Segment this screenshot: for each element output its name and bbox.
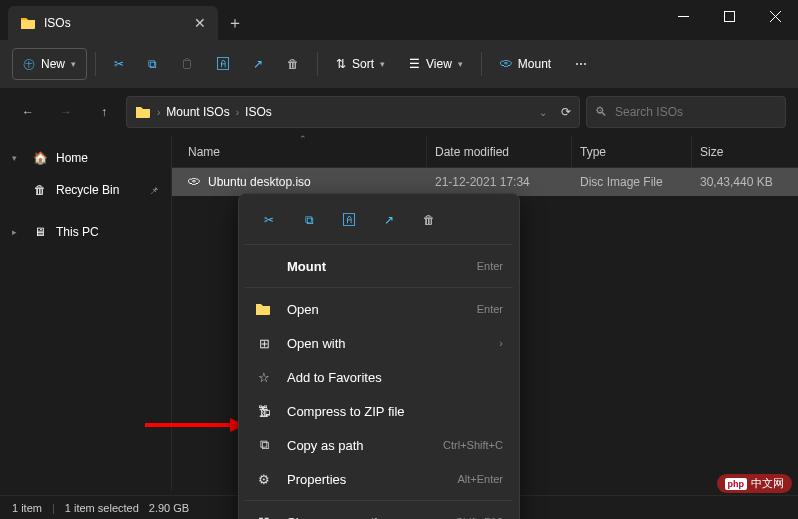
search-icon: 🔍︎ — [595, 105, 607, 119]
close-icon[interactable]: ✕ — [194, 15, 206, 31]
address-bar[interactable]: › Mount ISOs › ISOs ⌄ ⟳ — [126, 96, 580, 128]
rename-button[interactable]: 🄰 — [207, 48, 239, 80]
sidebar-item-label: Home — [56, 151, 88, 165]
search-box[interactable]: 🔍︎ — [586, 96, 786, 128]
chevron-down-icon[interactable]: ⌄ — [539, 107, 547, 118]
ctx-copypath[interactable]: ⧉ Copy as path Ctrl+Shift+C — [245, 428, 513, 462]
ctx-share-button[interactable]: ↗ — [371, 204, 407, 236]
separator — [245, 287, 513, 288]
ctx-copy-button[interactable]: ⧉ — [291, 204, 327, 236]
maximize-button[interactable] — [706, 0, 752, 32]
toolbar: ㊉ New ▾ ✂ ⧉ 📋︎ 🄰 ↗ 🗑 ⇅ Sort ▾ ☰ View ▾ 💿… — [0, 40, 798, 88]
watermark-logo: php — [725, 478, 748, 490]
column-header-date[interactable]: Date modified — [427, 136, 572, 167]
ctx-favorites[interactable]: ☆ Add to Favorites — [245, 360, 513, 394]
search-input[interactable] — [615, 105, 777, 119]
paste-icon: 📋︎ — [181, 57, 193, 71]
chevron-right-icon[interactable]: ▸ — [12, 227, 24, 237]
watermark: php 中文网 — [717, 474, 793, 493]
new-button[interactable]: ㊉ New ▾ — [12, 48, 87, 80]
ctx-hint: Ctrl+Shift+C — [443, 439, 503, 451]
column-headers: Name ⌃ Date modified Type Size — [172, 136, 798, 168]
column-header-size[interactable]: Size — [692, 136, 798, 167]
svg-rect-0 — [678, 16, 689, 17]
file-date-cell: 21-12-2021 17:34 — [427, 175, 572, 189]
chevron-right-icon: › — [499, 337, 503, 349]
navbar: ← → ↑ › Mount ISOs › ISOs ⌄ ⟳ 🔍︎ — [0, 88, 798, 136]
ctx-zip[interactable]: 🗜︎ Compress to ZIP file — [245, 394, 513, 428]
new-label: New — [41, 57, 65, 71]
home-icon: 🏠 — [32, 151, 48, 165]
tab-title: ISOs — [44, 16, 186, 30]
more-button[interactable]: ⋯ — [565, 48, 597, 80]
disc-icon: 💿︎ — [188, 175, 200, 189]
status-item-count: 1 item — [12, 502, 42, 514]
up-button[interactable]: ↑ — [88, 96, 120, 128]
mount-icon: 💿︎ — [500, 57, 512, 71]
copy-button[interactable]: ⧉ — [138, 48, 167, 80]
sidebar-item-recycle[interactable]: 🗑 Recycle Bin 📌︎ — [6, 174, 165, 206]
ctx-openwith[interactable]: ⊞ Open with › — [245, 326, 513, 360]
chevron-down-icon[interactable]: ▾ — [12, 153, 24, 163]
separator — [481, 52, 482, 76]
separator — [317, 52, 318, 76]
more-icon: ☷ — [255, 515, 273, 520]
ctx-hint: Enter — [477, 260, 503, 272]
folder-icon — [255, 301, 273, 317]
file-row[interactable]: 💿︎ Ubuntu desktop.iso 21-12-2021 17:34 D… — [172, 168, 798, 196]
new-tab-button[interactable]: ＋ — [218, 6, 252, 40]
ctx-cut-button[interactable]: ✂ — [251, 204, 287, 236]
tab-active[interactable]: ISOs ✕ — [8, 6, 218, 40]
folder-icon — [135, 104, 151, 120]
delete-button[interactable]: 🗑 — [277, 48, 309, 80]
pin-icon[interactable]: 📌︎ — [149, 185, 159, 196]
view-label: View — [426, 57, 452, 71]
share-button[interactable]: ↗ — [243, 48, 273, 80]
ctx-label: Properties — [287, 472, 443, 487]
chevron-down-icon: ▾ — [380, 59, 385, 69]
titlebar: ISOs ✕ ＋ — [0, 0, 798, 40]
ctx-mount[interactable]: Mount Enter — [245, 249, 513, 283]
plus-icon: ㊉ — [23, 56, 35, 73]
mount-button[interactable]: 💿︎ Mount — [490, 48, 561, 80]
chevron-right-icon[interactable]: › — [236, 107, 239, 118]
sort-button[interactable]: ⇅ Sort ▾ — [326, 48, 395, 80]
ctx-hint: Enter — [477, 303, 503, 315]
mount-label: Mount — [518, 57, 551, 71]
separator — [245, 500, 513, 501]
breadcrumb-segment[interactable]: Mount ISOs — [166, 105, 229, 119]
ctx-open[interactable]: Open Enter — [245, 292, 513, 326]
svg-rect-1 — [724, 11, 734, 21]
ctx-label: Show more options — [287, 515, 442, 520]
sort-indicator-icon: ⌃ — [299, 134, 307, 144]
sidebar-item-thispc[interactable]: ▸ 🖥 This PC — [6, 216, 165, 248]
zip-icon: 🗜︎ — [255, 404, 273, 419]
refresh-button[interactable]: ⟳ — [561, 105, 571, 119]
ctx-label: Compress to ZIP file — [287, 404, 503, 419]
watermark-text: 中文网 — [751, 476, 784, 491]
copy-icon: ⧉ — [148, 57, 157, 71]
paste-button[interactable]: 📋︎ — [171, 48, 203, 80]
ctx-more[interactable]: ☷ Show more options Shift+F10 — [245, 505, 513, 519]
sort-label: Sort — [352, 57, 374, 71]
sidebar-item-label: This PC — [56, 225, 99, 239]
share-icon: ↗ — [253, 57, 263, 71]
cut-button[interactable]: ✂ — [104, 48, 134, 80]
back-button[interactable]: ← — [12, 96, 44, 128]
pc-icon: 🖥 — [32, 225, 48, 239]
minimize-button[interactable] — [660, 0, 706, 32]
ctx-properties[interactable]: ⚙︎ Properties Alt+Enter — [245, 462, 513, 496]
column-header-name[interactable]: Name ⌃ — [172, 136, 427, 167]
ctx-label: Open — [287, 302, 463, 317]
sidebar-item-home[interactable]: ▾ 🏠 Home — [6, 142, 165, 174]
view-button[interactable]: ☰ View ▾ — [399, 48, 473, 80]
chevron-right-icon[interactable]: › — [157, 107, 160, 118]
copy-icon: ⧉ — [305, 213, 314, 227]
forward-button[interactable]: → — [50, 96, 82, 128]
chevron-down-icon: ▾ — [458, 59, 463, 69]
breadcrumb-segment[interactable]: ISOs — [245, 105, 272, 119]
ctx-rename-button[interactable]: 🄰 — [331, 204, 367, 236]
ctx-delete-button[interactable]: 🗑 — [411, 204, 447, 236]
column-header-type[interactable]: Type — [572, 136, 692, 167]
close-button[interactable] — [752, 0, 798, 32]
